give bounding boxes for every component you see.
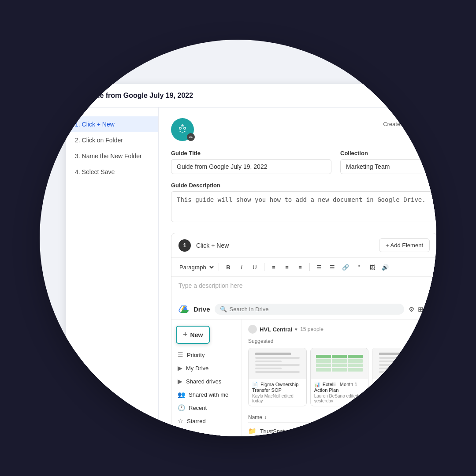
drive-toolbar-icons: ⚙ ⊞ ℹ [409,305,430,313]
suggested-card-name-2: 📄 Extelli - Project Diary [376,382,427,393]
drive-search-input[interactable] [230,306,399,312]
sidebar-item-step3[interactable]: 3. Name the New Folder [66,148,158,164]
guide-title-input[interactable] [171,159,331,174]
starred-icon: ☆ [178,417,183,424]
editor-body[interactable]: Type a description here [171,277,436,299]
drive-nav-shareddrives[interactable]: ▶ Shared drives [171,375,242,388]
shareddrives-icon: ▶ [178,378,182,385]
header-title: Guide from Google July 19, 2022 [84,92,424,100]
drive-account-dropdown-icon[interactable]: ▾ [295,327,298,332]
app-header: ‹ Guide from Google July 19, 2022 ••• [66,84,436,108]
paragraph-select[interactable]: Paragraph [178,264,215,271]
files-header-mod: Last modified [399,414,431,420]
drive-search-bar: 🔍 [215,304,404,315]
toolbar-divider-2 [264,263,264,271]
drive-account-count: 15 people [300,326,324,332]
guide-description-label: Guide Description [171,182,436,189]
drive-new-button[interactable]: + New [176,326,210,344]
mydrive-icon: ▶ [178,364,182,372]
bullet-list-button[interactable]: ☰ [313,261,325,273]
drive-filter-icon[interactable]: ⚙ [409,305,414,313]
underline-button[interactable]: U [249,261,260,273]
audio-button[interactable]: 🔊 [379,261,391,273]
add-element-button[interactable]: + Add Element [379,238,430,252]
sidebar-item-step4[interactable]: 4. Select Save [66,164,158,180]
drive-nav-mydrive[interactable]: ▶ My Drive [171,361,242,375]
suggested-card-name-0: 📄 Figma Ownership Transfer SOP [252,382,303,393]
guide-collection-input[interactable] [340,159,436,174]
sidebar: 1. Click + New 2. Click on Folder 3. Nam… [66,108,159,436]
guide-description-input[interactable]: This guide will show you how to add a ne… [171,191,436,222]
main-content: ✏ Created by Jane Hop Guide Title Collec… [159,108,436,436]
guide-header-row: ✏ Created by Jane Hop [171,118,436,141]
suggested-card-info-0: 📄 Figma Ownership Transfer SOP Kayla Mac… [249,379,306,406]
quote-button[interactable]: " [353,261,364,273]
drive-nav-priority-label: Priority [187,352,205,358]
align-left-button[interactable]: ≡ [268,261,279,273]
drive-account-name[interactable]: HVL Central [260,326,292,333]
trash-icon: 🗑 [178,431,184,436]
guide-collection-group: Collection [340,150,436,174]
image-button[interactable]: 🖼 [366,261,378,273]
drive-body: + New ☰ Priority ▶ My Drive [171,320,436,436]
drive-nav-priority[interactable]: ☰ Priority [171,348,242,361]
align-center-button[interactable]: ≡ [281,261,293,273]
drive-grid-icon[interactable]: ⊞ [418,305,424,313]
file-row-0[interactable]: 📁 TrustSpot Mar 3 [248,424,431,436]
recent-icon: 🕐 [178,404,185,411]
suggested-card-0[interactable]: 📄 Figma Ownership Transfer SOP Kayla Mac… [248,348,307,406]
sidebar-item-step2[interactable]: 2. Click on Folder [66,132,158,148]
suggested-card-info-2: 📄 Extelli - Project Diary Kayla MacNeil … [372,379,430,406]
drive-nav-recent[interactable]: 🕐 Recent [171,401,242,414]
svg-point-4 [184,128,186,129]
toolbar-divider-1 [219,263,219,271]
drive-label: Drive [193,305,210,313]
sidebar-item-step1[interactable]: 1. Click + New [66,116,158,132]
step-header: 1 + Add Element [171,233,436,258]
suggested-cards: 📄 Figma Ownership Transfer SOP Kayla Mac… [248,348,431,406]
avatar-edit-badge[interactable]: ✏ [187,133,195,141]
file-mod-0: Mar 3 [417,428,431,434]
suggested-card-meta-0: Kayla MacNeil edited today [252,394,303,403]
toolbar-divider-3 [309,263,310,271]
drive-embed: Drive 🔍 ⚙ ⊞ ℹ [171,299,436,436]
align-right-button[interactable]: ≡ [294,261,306,273]
doc-icon-2: 📄 [376,382,382,387]
bold-button[interactable]: B [223,261,234,273]
drive-nav-trash-label: Trash [187,431,202,437]
guide-collection-label: Collection [340,150,436,156]
drive-nav-trash[interactable]: 🗑 Trash [171,428,242,436]
sheet-icon: 📊 [314,382,320,387]
priority-icon: ☰ [178,351,183,358]
back-button[interactable]: ‹ [77,91,79,100]
header-more-button[interactable]: ••• [428,91,436,100]
suggested-card-2[interactable]: 📄 Extelli - Project Diary Kayla MacNeil … [372,348,431,406]
guide-title-group: Guide Title [171,150,331,174]
drive-nav-sharedwithme-label: Shared with me [189,391,228,398]
drive-sidebar: + New ☰ Priority ▶ My Drive [171,320,242,436]
drive-info-icon[interactable]: ℹ [427,305,430,313]
app-window: ‹ Guide from Google July 19, 2022 ••• 1.… [40,40,436,436]
svg-point-6 [182,124,183,126]
step-title-input[interactable] [196,242,374,249]
suggested-card-1[interactable]: 📊 Extelli - Month 1 Action Plan Lauren D… [310,348,369,406]
italic-button[interactable]: I [236,261,247,273]
drive-nav-sharedwithme[interactable]: 👥 Shared with me [171,388,242,401]
svg-point-3 [180,128,181,129]
drive-main: HVL Central ▾ 15 people Suggested [242,320,436,436]
files-header-name[interactable]: Name ↓ [248,414,267,420]
guide-description-group: Guide Description This guide will show y… [171,182,436,224]
avatar-container: ✏ [171,118,194,141]
file-name-0: 📁 TrustSpot [248,427,285,435]
drive-logo-icon [178,304,189,315]
drive-account-row: HVL Central ▾ 15 people [248,325,431,334]
suggested-card-thumb-0 [249,348,306,379]
numbered-list-button[interactable]: ☰ [327,261,338,273]
suggested-card-info-1: 📊 Extelli - Month 1 Action Plan Lauren D… [311,379,368,406]
drive-search-icon: 🔍 [220,306,227,312]
drive-nav-starred[interactable]: ☆ Starred [171,414,242,428]
drive-toolbar: Drive 🔍 ⚙ ⊞ ℹ [171,299,436,320]
link-button[interactable]: 🔗 [340,261,351,273]
created-by: Created by Jane Hop [383,118,436,127]
step-number: 1 [178,239,191,252]
